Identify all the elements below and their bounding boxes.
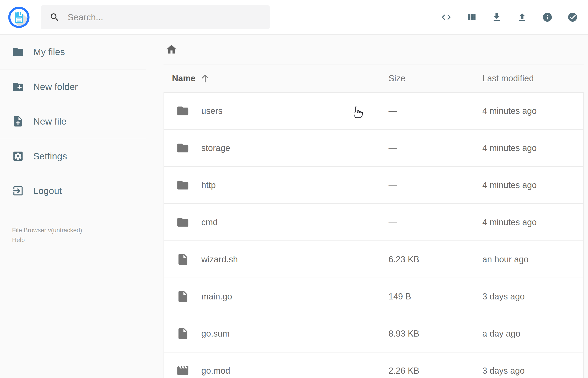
file-modified: 3 days ago [482,292,583,301]
code-icon[interactable] [441,12,452,23]
file-modified: a day ago [482,329,583,339]
movie-icon [176,364,189,377]
sidebar-item-label: My files [33,47,65,57]
folder-plus-icon [12,81,24,93]
file-modified: 4 minutes ago [482,180,583,190]
file-name: http [201,180,216,190]
file-name: go.sum [201,329,230,339]
sidebar-item-label: New folder [33,81,78,92]
app-version: File Browser v(untracked) [12,225,82,235]
sidebar: My files New folder New file Settings Lo… [0,35,146,378]
column-header-modified[interactable]: Last modified [482,74,584,83]
table-row[interactable]: go.mod 2.26 KB 3 days ago [164,352,583,378]
top-header [0,0,588,35]
grid-view-icon[interactable] [466,12,477,23]
table-row[interactable]: go.sum 8.93 KB a day ago [164,315,583,352]
file-size: 149 B [388,292,482,301]
table-row[interactable]: storage — 4 minutes ago [164,129,583,166]
search-icon [49,12,60,23]
header-actions [441,12,578,23]
table-row[interactable]: http — 4 minutes ago [164,166,583,203]
filebrowser-logo-icon[interactable] [7,6,30,29]
sidebar-item-logout[interactable]: Logout [0,174,146,208]
breadcrumb [163,35,584,64]
file-size: — [388,106,482,116]
sidebar-item-my-files[interactable]: My files [0,35,146,69]
file-modified: an hour ago [482,255,583,264]
table-row[interactable]: users — 4 minutes ago [164,93,583,129]
sidebar-item-settings[interactable]: Settings [0,139,146,174]
file-name: cmd [201,217,218,227]
table-row[interactable]: main.go 149 B 3 days ago [164,278,583,315]
file-name: main.go [201,292,232,301]
file-name: go.mod [201,366,230,376]
file-size: — [388,143,482,153]
file-icon [176,253,189,266]
file-modified: 4 minutes ago [482,217,583,227]
file-listing: users — 4 minutes ago storage — 4 minute… [163,92,584,378]
column-header-name[interactable]: Name [163,73,388,83]
logout-icon [12,185,24,197]
file-size: 2.26 KB [388,366,482,376]
download-icon[interactable] [492,12,502,23]
sidebar-item-label: Settings [33,151,67,162]
arrow-up-icon [200,73,210,83]
gear-icon [12,150,24,162]
upload-icon[interactable] [517,12,527,23]
file-modified: 3 days ago [482,366,583,376]
sidebar-item-label: Logout [33,186,62,196]
file-icon [176,290,189,303]
search-bar[interactable] [41,5,270,29]
sidebar-item-new-folder[interactable]: New folder [0,69,146,104]
table-row[interactable]: wizard.sh 6.23 KB an hour ago [164,241,583,278]
file-plus-icon [12,115,24,128]
folder-icon [176,216,189,229]
filebrowser-app: My files New folder New file Settings Lo… [0,0,588,378]
sidebar-item-label: New file [33,116,67,127]
search-input[interactable] [67,12,263,23]
file-size: — [388,217,482,227]
info-icon[interactable] [542,12,553,23]
column-header-size[interactable]: Size [388,74,482,83]
file-size: 8.93 KB [388,329,482,339]
folder-icon [176,104,189,118]
check-circle-icon[interactable] [567,12,578,23]
file-name: users [201,106,223,116]
file-name: wizard.sh [201,255,238,264]
file-icon [176,327,189,340]
file-size: — [388,180,482,190]
folder-icon [12,46,24,58]
file-modified: 4 minutes ago [482,143,583,153]
home-icon[interactable] [165,43,178,55]
sidebar-footer: File Browser v(untracked) Help [12,225,82,245]
table-row[interactable]: cmd — 4 minutes ago [164,203,583,241]
file-name: storage [201,143,230,153]
listing-header: Name Size Last modified [163,65,584,92]
help-link[interactable]: Help [12,235,82,245]
file-modified: 4 minutes ago [482,106,583,116]
main-content: Name Size Last modified users — 4 minute… [146,35,588,378]
sidebar-item-new-file[interactable]: New file [0,104,146,139]
folder-icon [176,141,189,155]
folder-icon [176,178,189,192]
file-size: 6.23 KB [388,255,482,264]
